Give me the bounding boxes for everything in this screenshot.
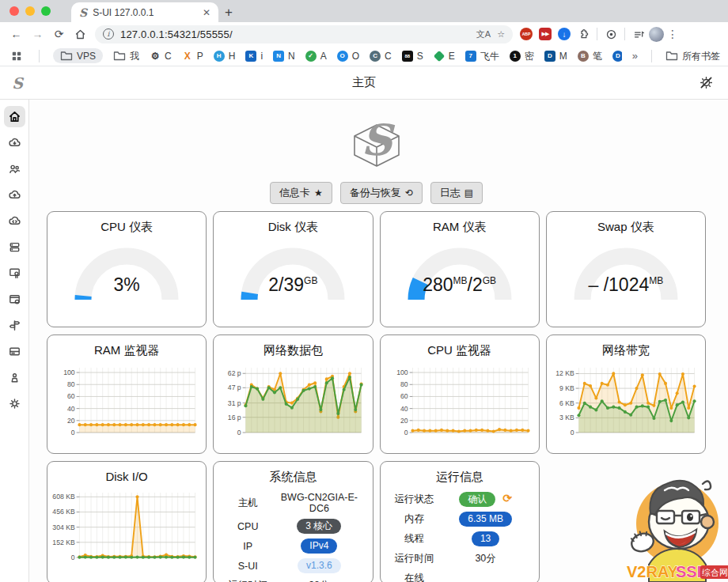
bookmark-item[interactable]: E	[434, 51, 455, 61]
gauge-row: CPU 仪表 3% Disk 仪表 2/39GB RAM 仪表 280MB/2	[47, 211, 706, 327]
reload-icon[interactable]: ⟳	[49, 25, 69, 44]
status-badge: v1.3.6	[298, 558, 341, 573]
backup-restore-button[interactable]: 备份与恢复⟲	[340, 182, 423, 204]
svg-text:304 KB: 304 KB	[52, 523, 74, 531]
sidebar-item-clients[interactable]	[4, 158, 25, 180]
red-extension-icon[interactable]: ▶▶	[537, 25, 554, 43]
tab-title: S-UI 127.0.0.1	[93, 7, 197, 18]
bookmark-label: N	[288, 51, 295, 61]
bookmark-item[interactable]: ⚙C	[150, 51, 172, 62]
sui-favicon: S	[79, 7, 87, 18]
bookmark-item[interactable]: 7飞牛	[465, 51, 499, 62]
network-bandwidth-chart: 03 KB6 KB9 KB12 KB	[548, 361, 700, 443]
sidebar-item-outbounds[interactable]	[4, 210, 25, 232]
info-row: 线程13	[389, 531, 531, 546]
info-label: IP	[222, 541, 274, 552]
cpu-monitor-card: CPU 监视器 020406080100	[380, 334, 540, 454]
gauge-arc	[233, 238, 352, 306]
gauge-value: 3%	[47, 274, 206, 296]
bookmark-label: E	[449, 51, 455, 61]
all-bookmarks-folder[interactable]: 所有书签	[665, 51, 720, 61]
bookmark-favicon: 1	[510, 51, 521, 62]
bookmark-item[interactable]: B笔	[578, 51, 602, 62]
tab-close-icon[interactable]: ✕	[203, 7, 210, 18]
sidebar-item-settings[interactable]	[4, 393, 25, 414]
info-row: 运行状态确认⟳	[389, 492, 531, 507]
site-info-icon[interactable]: i	[103, 28, 114, 40]
bookmark-item[interactable]: DD	[612, 51, 622, 62]
svg-text:16 p: 16 p	[228, 414, 241, 421]
bookmark-item[interactable]: Ki	[245, 51, 263, 62]
bookmark-folder[interactable]: VPS	[53, 48, 103, 63]
disk-gauge-card: Disk 仪表 2/39GB	[213, 211, 373, 327]
browser-toolbar: ← → ⟳ i 127.0.0.1:54321/55555/ 文A ☆ ABP …	[0, 22, 728, 46]
sidebar-item-routing[interactable]	[4, 315, 25, 336]
bookmark-item[interactable]: 88S	[402, 51, 423, 62]
profile-avatar[interactable]	[649, 27, 664, 42]
bookmark-item[interactable]: 1密	[510, 51, 534, 62]
bookmark-favicon: ⚙	[150, 51, 161, 62]
sidebar-item-certificates[interactable]	[4, 263, 25, 284]
bookmark-item[interactable]: HH	[214, 51, 236, 62]
tab-search-icon[interactable]	[602, 25, 620, 43]
bookmark-folder[interactable]: 我	[113, 51, 139, 61]
sidebar-item-inbounds[interactable]	[4, 184, 25, 206]
sidebar-item-services[interactable]	[4, 236, 25, 258]
fullscreen-window-button[interactable]	[41, 6, 51, 16]
url-text: 127.0.0.1:54321/55555/	[120, 28, 470, 40]
forward-icon[interactable]: →	[28, 25, 47, 44]
sidebar-item-home[interactable]	[4, 106, 25, 127]
bookmark-item[interactable]: DM	[544, 51, 567, 62]
bookmark-item[interactable]: ✓A	[305, 51, 327, 62]
swap-gauge-card: Swap 仪表 – /1024MB	[546, 211, 706, 327]
bookmark-label: 我	[130, 51, 139, 61]
svg-text:62 p: 62 p	[228, 369, 241, 377]
bookmark-favicon: D	[612, 51, 622, 62]
app-header: S 主页	[0, 66, 728, 100]
browser-tab[interactable]: S S-UI 127.0.0.1 ✕	[71, 2, 218, 22]
ram-monitor-chart: 020406080100	[49, 361, 201, 443]
traffic-lights	[9, 0, 71, 22]
extensions-puzzle-icon[interactable]	[574, 25, 592, 43]
adblock-extension-icon[interactable]: ABP	[518, 25, 535, 43]
info-row: 主机BWG-CN2GIA-E-DC6	[222, 492, 364, 514]
sidebar-item-admin[interactable]	[4, 367, 25, 388]
info-row: 在线	[389, 571, 531, 582]
window-titlebar: S S-UI 127.0.0.1 ✕ +	[0, 0, 728, 22]
address-bar[interactable]: i 127.0.0.1:54321/55555/ 文A ☆	[95, 25, 513, 43]
svg-text:80: 80	[400, 380, 408, 388]
bookmark-item[interactable]: XP	[182, 51, 203, 62]
chart-svg: 0152 KB304 KB456 KB608 KB	[49, 486, 201, 568]
sidebar-item-panel-settings[interactable]	[4, 289, 25, 310]
reading-list-icon[interactable]	[630, 25, 647, 43]
close-window-button[interactable]	[9, 6, 19, 16]
browser-menu-icon[interactable]: ⋮	[665, 28, 680, 40]
logs-button[interactable]: 日志▤	[430, 182, 483, 204]
bookmark-label: 笔	[593, 51, 602, 61]
bookmark-item[interactable]: NN	[273, 51, 295, 62]
home-icon[interactable]	[70, 25, 90, 44]
restart-icon[interactable]: ⟳	[502, 492, 512, 505]
bookmark-item[interactable]: CC	[370, 51, 392, 62]
info-label: 运行时间	[222, 579, 274, 582]
chart-svg: 020406080100	[49, 361, 201, 443]
toolbar-divider	[597, 28, 597, 40]
translate-icon[interactable]: 文A	[476, 28, 491, 40]
new-tab-button[interactable]: +	[218, 2, 239, 22]
info-cards-button[interactable]: 信息卡★	[270, 182, 332, 204]
apps-grid-icon[interactable]	[8, 47, 25, 65]
minimize-window-button[interactable]	[25, 6, 35, 16]
theme-toggle-icon[interactable]	[696, 73, 716, 93]
sidebar-item-status[interactable]	[4, 132, 25, 153]
bookmarks-overflow-icon[interactable]: »	[632, 50, 638, 62]
info-label: CPU	[222, 521, 274, 532]
info-label: 线程	[389, 532, 441, 546]
info-value: 38分	[274, 579, 364, 582]
disk-io-card: Disk I/O 0152 KB304 KB456 KB608 KB	[47, 461, 207, 582]
back-icon[interactable]: ←	[6, 25, 26, 44]
bookmark-item[interactable]: OO	[337, 51, 359, 62]
download-extension-icon[interactable]: ↓	[555, 25, 573, 43]
bookmark-star-icon[interactable]: ☆	[497, 29, 505, 40]
sidebar-item-storage[interactable]	[4, 341, 25, 362]
bookmark-favicon: 88	[402, 51, 413, 62]
